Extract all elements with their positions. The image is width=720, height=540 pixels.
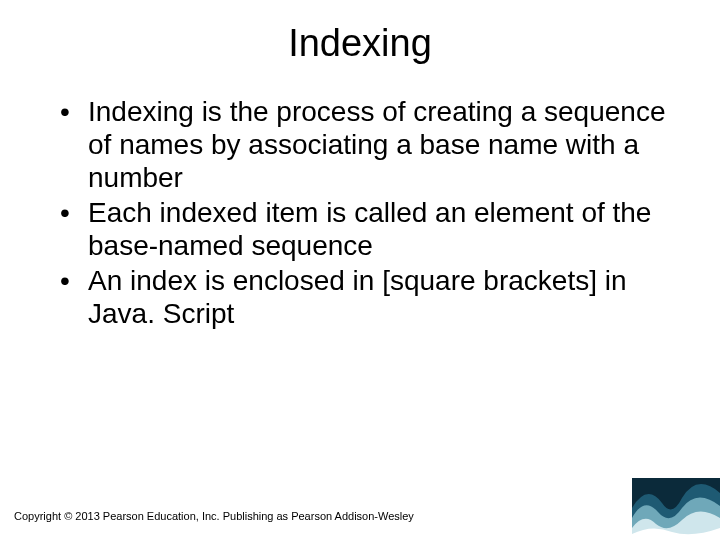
wave-decoration [632,478,720,540]
slide-title: Indexing [0,0,720,75]
slide-body: Indexing is the process of creating a se… [0,75,720,330]
copyright-footer: Copyright © 2013 Pearson Education, Inc.… [14,510,414,522]
bullet-item: An index is enclosed in [square brackets… [60,264,680,330]
slide: Indexing Indexing is the process of crea… [0,0,720,540]
bullet-list: Indexing is the process of creating a se… [60,95,680,330]
bullet-item: Indexing is the process of creating a se… [60,95,680,194]
bullet-item: Each indexed item is called an element o… [60,196,680,262]
